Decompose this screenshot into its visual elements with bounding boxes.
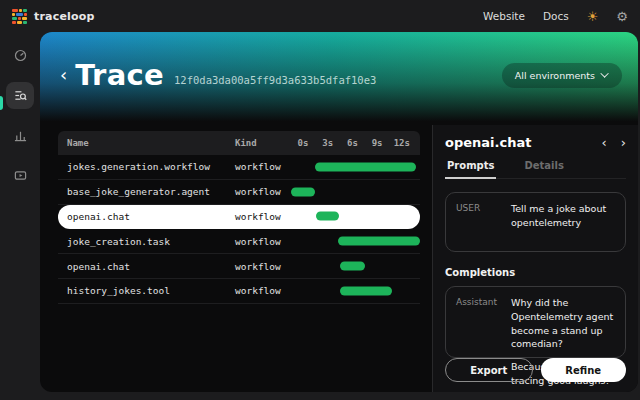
completion-message: Assistant Why did the Opentelemetry agen… [445, 286, 626, 358]
next-span-icon[interactable]: › [621, 136, 626, 149]
timeline-bar [316, 212, 339, 221]
table-row[interactable]: base_joke_generator.agent workflow [58, 180, 420, 205]
table-row[interactable]: history_jokes.tool workflow [58, 279, 420, 304]
row-kind: workflow [235, 261, 290, 272]
prompt-message: USER Tell me a joke about opentelemetry [445, 192, 626, 252]
sidebar-item-dashboard[interactable] [6, 42, 34, 69]
row-name: joke_creation.task [58, 236, 235, 247]
chevron-down-icon [600, 69, 608, 77]
row-kind: workflow [235, 211, 290, 222]
sidebar [0, 32, 40, 400]
row-name: history_jokes.tool [58, 285, 235, 296]
timeline-tick: 9s [372, 138, 383, 148]
sidebar-item-analytics[interactable] [6, 122, 34, 149]
completion-role-label: Assistant [456, 296, 511, 348]
brand-name: traceloop [34, 10, 95, 23]
prompt-role-label: USER [456, 202, 511, 242]
trace-id: 12f0da3da00a5ff9d3a633b5dfaf10e3 [174, 74, 376, 86]
row-kind: workflow [235, 236, 290, 247]
column-header-name: Name [58, 138, 235, 148]
table-row[interactable]: openai.chat workflow [58, 254, 420, 279]
trace-header: ‹ Trace 12f0da3da00a5ff9d3a633b5dfaf10e3… [40, 32, 638, 125]
row-kind: workflow [235, 186, 290, 197]
completion-text: Why did the Opentelemetry agent become a… [511, 296, 615, 348]
link-website[interactable]: Website [483, 10, 525, 22]
timeline-bar [291, 187, 314, 196]
link-docs[interactable]: Docs [543, 10, 569, 22]
timeline-bar [340, 262, 365, 271]
timeline-tick: 0s [298, 138, 309, 148]
timeline-bar [338, 237, 420, 246]
media-screen-icon [14, 169, 27, 182]
active-nav-indicator [0, 96, 3, 110]
timeline-bar [340, 286, 392, 295]
topbar: traceloop Website Docs ☀ ⚙ [0, 0, 640, 32]
table-row[interactable]: openai.chat workflow [58, 205, 420, 230]
traceloop-logo-icon [12, 9, 27, 24]
span-table: Name Kind 0s3s6s9s12s jokes.generation.w… [40, 125, 432, 392]
brand[interactable]: traceloop [12, 9, 95, 24]
bar-chart-icon [14, 129, 27, 142]
timeline-tick: 12s [394, 138, 410, 148]
timeline-axis: 0s3s6s9s12s [290, 131, 420, 155]
timeline-bar [315, 162, 416, 171]
timeline-tick: 3s [322, 138, 333, 148]
tab-details[interactable]: Details [522, 160, 565, 178]
trace-search-icon [14, 89, 27, 102]
table-row[interactable]: joke_creation.task workflow [58, 229, 420, 254]
column-header-kind: Kind [235, 138, 290, 148]
environment-selector[interactable]: All environments [502, 63, 622, 88]
prev-span-icon[interactable]: ‹ [602, 136, 607, 149]
export-button[interactable]: Export [445, 358, 533, 382]
page-title: Trace [75, 58, 164, 92]
prompt-text: Tell me a joke about opentelemetry [511, 202, 615, 242]
theme-toggle-sun-icon[interactable]: ☀ [587, 10, 599, 23]
span-title: openai.chat [445, 135, 531, 150]
row-name: jokes.generation.workflow [58, 161, 235, 172]
completions-heading: Completions [445, 267, 626, 278]
gauge-icon [14, 49, 27, 62]
refine-button[interactable]: Refine [541, 358, 627, 382]
row-name: openai.chat [58, 211, 235, 222]
tab-prompts[interactable]: Prompts [445, 160, 496, 179]
row-name: base_joke_generator.agent [58, 186, 235, 197]
sidebar-item-sessions[interactable] [6, 162, 34, 189]
table-header: Name Kind 0s3s6s9s12s [58, 131, 420, 155]
row-kind: workflow [235, 161, 290, 172]
back-chevron-icon[interactable]: ‹ [60, 66, 67, 84]
span-detail-panel: openai.chat ‹ › Prompts Details USER Tel… [432, 125, 638, 392]
row-name: openai.chat [58, 261, 235, 272]
sidebar-item-traces[interactable] [6, 82, 34, 109]
row-kind: workflow [235, 285, 290, 296]
timeline-tick: 6s [347, 138, 358, 148]
table-rows: jokes.generation.workflow workflow base_… [58, 155, 420, 304]
main-content: ‹ Trace 12f0da3da00a5ff9d3a633b5dfaf10e3… [40, 32, 638, 392]
environment-selector-label: All environments [515, 70, 595, 81]
table-row[interactable]: jokes.generation.workflow workflow [58, 155, 420, 180]
settings-gear-icon[interactable]: ⚙ [616, 10, 628, 23]
